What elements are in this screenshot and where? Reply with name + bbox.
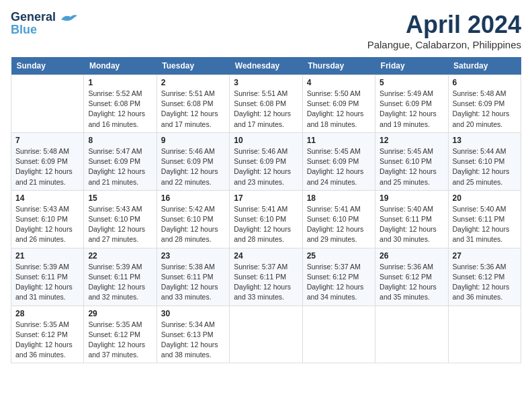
calendar-cell: 9Sunrise: 5:46 AMSunset: 6:09 PMDaylight… <box>157 132 229 190</box>
day-info: Sunrise: 5:52 AMSunset: 6:08 PMDaylight:… <box>88 89 152 130</box>
calendar-cell: 2Sunrise: 5:51 AMSunset: 6:08 PMDaylight… <box>157 75 229 133</box>
day-info: Sunrise: 5:44 AMSunset: 6:10 PMDaylight:… <box>453 146 517 187</box>
week-row-4: 21Sunrise: 5:39 AMSunset: 6:11 PMDayligh… <box>11 248 521 306</box>
calendar-cell: 8Sunrise: 5:47 AMSunset: 6:09 PMDaylight… <box>84 132 157 190</box>
day-number: 23 <box>161 251 225 261</box>
calendar-cell: 30Sunrise: 5:34 AMSunset: 6:13 PMDayligh… <box>157 306 229 363</box>
calendar-cell: 26Sunrise: 5:36 AMSunset: 6:12 PMDayligh… <box>375 248 448 306</box>
weekday-header-row: SundayMondayTuesdayWednesdayThursdayFrid… <box>11 57 521 75</box>
day-info: Sunrise: 5:46 AMSunset: 6:09 PMDaylight:… <box>234 146 298 187</box>
day-number: 21 <box>15 251 79 261</box>
week-row-2: 7Sunrise: 5:48 AMSunset: 6:09 PMDaylight… <box>11 132 521 190</box>
location-title: Palangue, Calabarzon, Philippines <box>367 39 521 50</box>
day-info: Sunrise: 5:39 AMSunset: 6:11 PMDaylight:… <box>88 262 152 303</box>
calendar-cell: 18Sunrise: 5:41 AMSunset: 6:10 PMDayligh… <box>302 190 375 248</box>
calendar-cell: 25Sunrise: 5:37 AMSunset: 6:12 PMDayligh… <box>302 248 375 306</box>
day-info: Sunrise: 5:45 AMSunset: 6:10 PMDaylight:… <box>380 146 443 187</box>
day-number: 9 <box>161 136 225 145</box>
calendar-cell: 27Sunrise: 5:36 AMSunset: 6:12 PMDayligh… <box>448 248 521 306</box>
calendar-cell <box>375 306 448 363</box>
day-info: Sunrise: 5:41 AMSunset: 6:10 PMDaylight:… <box>307 204 371 245</box>
day-info: Sunrise: 5:49 AMSunset: 6:09 PMDaylight:… <box>380 89 443 130</box>
day-number: 13 <box>453 136 517 145</box>
day-info: Sunrise: 5:34 AMSunset: 6:13 PMDaylight:… <box>161 320 225 361</box>
weekday-header-saturday: Saturday <box>448 57 521 75</box>
day-info: Sunrise: 5:42 AMSunset: 6:10 PMDaylight:… <box>161 204 225 245</box>
day-info: Sunrise: 5:50 AMSunset: 6:09 PMDaylight:… <box>307 89 371 130</box>
day-info: Sunrise: 5:35 AMSunset: 6:12 PMDaylight:… <box>15 320 79 361</box>
calendar-cell: 1Sunrise: 5:52 AMSunset: 6:08 PMDaylight… <box>84 75 157 133</box>
month-title: April 2024 <box>367 11 521 39</box>
week-row-5: 28Sunrise: 5:35 AMSunset: 6:12 PMDayligh… <box>11 306 521 363</box>
day-number: 14 <box>15 193 79 203</box>
day-number: 22 <box>88 251 152 261</box>
day-info: Sunrise: 5:40 AMSunset: 6:11 PMDaylight:… <box>380 204 443 245</box>
day-number: 18 <box>307 193 371 203</box>
calendar-cell <box>302 306 375 363</box>
day-info: Sunrise: 5:36 AMSunset: 6:12 PMDaylight:… <box>453 262 517 303</box>
day-number: 29 <box>88 309 152 318</box>
logo-bird-icon <box>58 13 77 29</box>
calendar-cell: 3Sunrise: 5:51 AMSunset: 6:08 PMDaylight… <box>230 75 302 133</box>
day-number: 27 <box>453 251 517 261</box>
day-number: 3 <box>234 78 298 87</box>
day-number: 20 <box>453 193 517 203</box>
day-info: Sunrise: 5:46 AMSunset: 6:09 PMDaylight:… <box>161 146 225 187</box>
logo-blue: Blue <box>11 24 56 36</box>
day-number: 6 <box>453 78 517 87</box>
day-number: 30 <box>161 309 225 318</box>
calendar-cell <box>230 306 302 363</box>
day-number: 15 <box>88 193 152 203</box>
header: General Blue April 2024 Palangue, Calaba… <box>11 11 521 50</box>
weekday-header-wednesday: Wednesday <box>230 57 302 75</box>
calendar-cell: 19Sunrise: 5:40 AMSunset: 6:11 PMDayligh… <box>375 190 448 248</box>
day-info: Sunrise: 5:39 AMSunset: 6:11 PMDaylight:… <box>15 262 79 303</box>
day-info: Sunrise: 5:37 AMSunset: 6:11 PMDaylight:… <box>234 262 298 303</box>
week-row-1: 1Sunrise: 5:52 AMSunset: 6:08 PMDaylight… <box>11 75 521 133</box>
calendar-cell: 4Sunrise: 5:50 AMSunset: 6:09 PMDaylight… <box>302 75 375 133</box>
day-info: Sunrise: 5:48 AMSunset: 6:09 PMDaylight:… <box>453 89 517 130</box>
calendar-cell: 12Sunrise: 5:45 AMSunset: 6:10 PMDayligh… <box>375 132 448 190</box>
day-info: Sunrise: 5:51 AMSunset: 6:08 PMDaylight:… <box>234 89 298 130</box>
day-info: Sunrise: 5:43 AMSunset: 6:10 PMDaylight:… <box>15 204 79 245</box>
weekday-header-tuesday: Tuesday <box>157 57 229 75</box>
day-number: 17 <box>234 193 298 203</box>
day-info: Sunrise: 5:38 AMSunset: 6:11 PMDaylight:… <box>161 262 225 303</box>
calendar-cell: 24Sunrise: 5:37 AMSunset: 6:11 PMDayligh… <box>230 248 302 306</box>
day-info: Sunrise: 5:43 AMSunset: 6:10 PMDaylight:… <box>88 204 152 245</box>
day-number: 4 <box>307 78 371 87</box>
day-number: 16 <box>161 193 225 203</box>
day-info: Sunrise: 5:48 AMSunset: 6:09 PMDaylight:… <box>15 146 79 187</box>
day-number: 19 <box>380 193 443 203</box>
day-number: 26 <box>380 251 443 261</box>
day-number: 11 <box>307 136 371 145</box>
calendar-cell: 5Sunrise: 5:49 AMSunset: 6:09 PMDaylight… <box>375 75 448 133</box>
day-number: 25 <box>307 251 371 261</box>
calendar-cell: 6Sunrise: 5:48 AMSunset: 6:09 PMDaylight… <box>448 75 521 133</box>
day-number: 2 <box>161 78 225 87</box>
calendar-cell: 16Sunrise: 5:42 AMSunset: 6:10 PMDayligh… <box>157 190 229 248</box>
day-info: Sunrise: 5:47 AMSunset: 6:09 PMDaylight:… <box>88 146 152 187</box>
day-info: Sunrise: 5:36 AMSunset: 6:12 PMDaylight:… <box>380 262 443 303</box>
calendar-cell: 15Sunrise: 5:43 AMSunset: 6:10 PMDayligh… <box>84 190 157 248</box>
calendar-cell: 20Sunrise: 5:40 AMSunset: 6:11 PMDayligh… <box>448 190 521 248</box>
weekday-header-friday: Friday <box>375 57 448 75</box>
day-number: 8 <box>88 136 152 145</box>
day-info: Sunrise: 5:35 AMSunset: 6:12 PMDaylight:… <box>88 320 152 361</box>
weekday-header-thursday: Thursday <box>302 57 375 75</box>
calendar-cell <box>11 75 84 133</box>
day-info: Sunrise: 5:51 AMSunset: 6:08 PMDaylight:… <box>161 89 225 130</box>
calendar-cell: 22Sunrise: 5:39 AMSunset: 6:11 PMDayligh… <box>84 248 157 306</box>
day-number: 12 <box>380 136 443 145</box>
day-info: Sunrise: 5:37 AMSunset: 6:12 PMDaylight:… <box>307 262 371 303</box>
title-area: April 2024 Palangue, Calabarzon, Philipp… <box>367 11 521 50</box>
day-number: 1 <box>88 78 152 87</box>
calendar-cell: 13Sunrise: 5:44 AMSunset: 6:10 PMDayligh… <box>448 132 521 190</box>
logo-general: General <box>11 11 56 24</box>
day-number: 28 <box>15 309 79 318</box>
calendar-cell <box>448 306 521 363</box>
day-number: 10 <box>234 136 298 145</box>
day-info: Sunrise: 5:41 AMSunset: 6:10 PMDaylight:… <box>234 204 298 245</box>
day-info: Sunrise: 5:45 AMSunset: 6:09 PMDaylight:… <box>307 146 371 187</box>
day-number: 5 <box>380 78 443 87</box>
